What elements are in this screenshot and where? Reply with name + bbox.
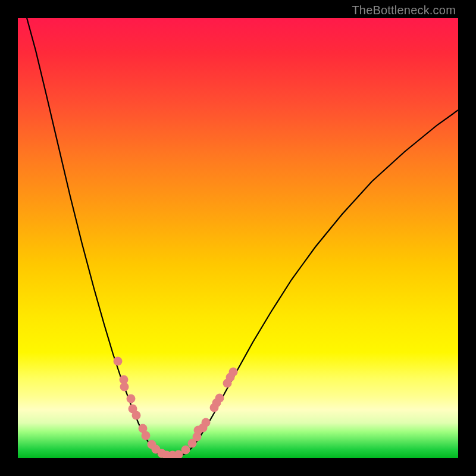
data-point xyxy=(181,446,190,455)
chart-svg xyxy=(18,18,458,458)
data-point xyxy=(142,431,151,440)
data-point xyxy=(202,418,211,427)
plot-area xyxy=(18,18,458,458)
data-point xyxy=(132,411,141,420)
data-point xyxy=(127,394,136,403)
bottleneck-curve xyxy=(27,18,458,457)
data-point xyxy=(215,394,224,403)
data-point xyxy=(120,383,129,392)
data-points-group xyxy=(114,357,238,459)
chart-container: TheBottleneck.com xyxy=(0,0,476,476)
data-point xyxy=(114,357,123,366)
data-point xyxy=(229,368,238,377)
watermark-text: TheBottleneck.com xyxy=(352,4,456,17)
